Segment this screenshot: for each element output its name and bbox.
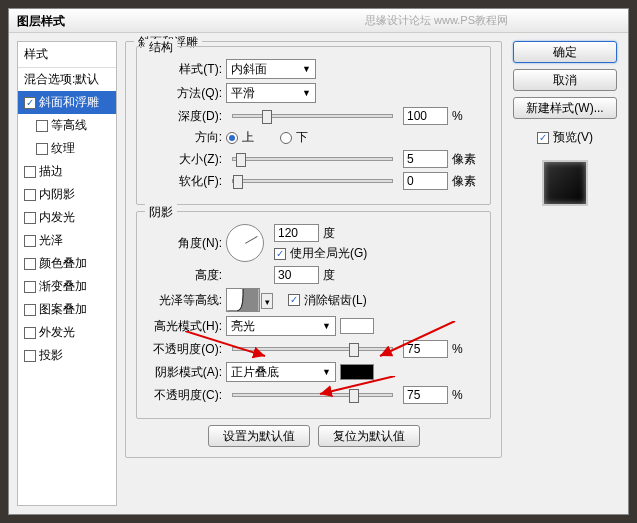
depth-slider[interactable] [232, 114, 393, 118]
style-drop-shadow[interactable]: 投影 [18, 344, 116, 367]
style-pattern-overlay[interactable]: 图案叠加 [18, 298, 116, 321]
layer-style-dialog: 图层样式 思缘设计论坛 www.PS教程网 样式 混合选项:默认 斜面和浮雕 等… [8, 8, 629, 515]
depth-label: 深度(D): [147, 108, 222, 125]
preview-checkbox[interactable] [537, 132, 549, 144]
soften-label: 软化(F): [147, 173, 222, 190]
style-inner-glow[interactable]: 内发光 [18, 206, 116, 229]
checkbox-icon[interactable] [24, 97, 36, 109]
highlight-opacity-input[interactable]: 75 [403, 340, 448, 358]
reset-default-button[interactable]: 复位为默认值 [318, 425, 420, 447]
preview-label: 预览(V) [553, 129, 593, 146]
global-light-checkbox[interactable] [274, 248, 286, 260]
size-slider[interactable] [232, 157, 393, 161]
shadow-color-swatch[interactable] [340, 364, 374, 380]
technique-dropdown[interactable]: 平滑▼ [226, 83, 316, 103]
soften-slider[interactable] [232, 179, 393, 183]
set-default-button[interactable]: 设置为默认值 [208, 425, 310, 447]
blend-options-item[interactable]: 混合选项:默认 [18, 68, 116, 91]
checkbox-icon[interactable] [24, 235, 36, 247]
new-style-button[interactable]: 新建样式(W)... [513, 97, 617, 119]
checkbox-icon[interactable] [24, 327, 36, 339]
cancel-button[interactable]: 取消 [513, 69, 617, 91]
highlight-color-swatch[interactable] [340, 318, 374, 334]
style-color-overlay[interactable]: 颜色叠加 [18, 252, 116, 275]
direction-up-radio[interactable] [226, 132, 238, 144]
highlight-mode-dropdown[interactable]: 亮光▼ [226, 316, 336, 336]
style-contour[interactable]: 等高线 [18, 114, 116, 137]
styles-list: 样式 混合选项:默认 斜面和浮雕 等高线 纹理 描边 内阴影 内发光 光泽 颜色… [17, 41, 117, 506]
direction-label: 方向: [147, 129, 222, 146]
ok-button[interactable]: 确定 [513, 41, 617, 63]
angle-unit: 度 [323, 225, 351, 242]
global-light-label: 使用全局光(G) [290, 245, 367, 262]
chevron-down-icon: ▼ [302, 88, 311, 98]
highlight-opacity-slider[interactable] [232, 347, 393, 351]
chevron-down-icon: ▼ [322, 321, 331, 331]
altitude-unit: 度 [323, 267, 351, 284]
altitude-label: 高度: [147, 267, 222, 284]
chevron-down-icon[interactable]: ▾ [261, 293, 273, 309]
technique-label: 方法(Q): [147, 85, 222, 102]
shading-legend: 阴影 [145, 204, 177, 221]
shadow-opacity-input[interactable]: 75 [403, 386, 448, 404]
style-texture[interactable]: 纹理 [18, 137, 116, 160]
angle-input[interactable]: 120 [274, 224, 319, 242]
checkbox-icon[interactable] [24, 350, 36, 362]
style-dropdown[interactable]: 内斜面▼ [226, 59, 316, 79]
highlight-opacity-label: 不透明度(O): [147, 341, 222, 358]
checkbox-icon[interactable] [24, 166, 36, 178]
gloss-contour-picker[interactable]: ▾ [226, 288, 260, 312]
size-label: 大小(Z): [147, 151, 222, 168]
structure-subgroup: 结构 样式(T): 内斜面▼ 方法(Q): 平滑▼ 深度(D): 100 % [136, 46, 491, 205]
structure-group: 斜面和浮雕 结构 样式(T): 内斜面▼ 方法(Q): 平滑▼ 深度(D): 1… [125, 41, 502, 458]
gloss-contour-label: 光泽等高线: [147, 292, 222, 309]
checkbox-icon[interactable] [36, 120, 48, 132]
style-bevel[interactable]: 斜面和浮雕 [18, 91, 116, 114]
angle-label: 角度(N): [147, 235, 222, 252]
style-inner-shadow[interactable]: 内阴影 [18, 183, 116, 206]
checkbox-icon[interactable] [24, 189, 36, 201]
size-input[interactable]: 5 [403, 150, 448, 168]
style-satin[interactable]: 光泽 [18, 229, 116, 252]
dialog-buttons: 确定 取消 新建样式(W)... 预览(V) [510, 41, 620, 506]
shadow-mode-label: 阴影模式(A): [147, 364, 222, 381]
depth-unit: % [452, 109, 480, 123]
bevel-settings-panel: 斜面和浮雕 结构 样式(T): 内斜面▼ 方法(Q): 平滑▼ 深度(D): 1… [125, 41, 502, 506]
shadow-opacity-slider[interactable] [232, 393, 393, 397]
altitude-input[interactable]: 30 [274, 266, 319, 284]
shadow-opacity-label: 不透明度(C): [147, 387, 222, 404]
checkbox-icon[interactable] [24, 258, 36, 270]
preview-thumbnail [542, 160, 588, 206]
style-stroke[interactable]: 描边 [18, 160, 116, 183]
checkbox-icon[interactable] [24, 212, 36, 224]
window-title: 图层样式 [9, 9, 628, 33]
checkbox-icon[interactable] [36, 143, 48, 155]
styles-header: 样式 [18, 42, 116, 68]
style-gradient-overlay[interactable]: 渐变叠加 [18, 275, 116, 298]
style-label: 样式(T): [147, 61, 222, 78]
structure-legend: 结构 [145, 39, 177, 56]
watermark: 思缘设计论坛 www.PS教程网 [365, 13, 508, 28]
shadow-mode-dropdown[interactable]: 正片叠底▼ [226, 362, 336, 382]
chevron-down-icon: ▼ [322, 367, 331, 377]
size-unit: 像素 [452, 151, 480, 168]
antialias-label: 消除锯齿(L) [304, 292, 367, 309]
direction-down-radio[interactable] [280, 132, 292, 144]
highlight-mode-label: 高光模式(H): [147, 318, 222, 335]
chevron-down-icon: ▼ [302, 64, 311, 74]
style-outer-glow[interactable]: 外发光 [18, 321, 116, 344]
checkbox-icon[interactable] [24, 281, 36, 293]
checkbox-icon[interactable] [24, 304, 36, 316]
depth-input[interactable]: 100 [403, 107, 448, 125]
soften-unit: 像素 [452, 173, 480, 190]
soften-input[interactable]: 0 [403, 172, 448, 190]
antialias-checkbox[interactable] [288, 294, 300, 306]
shading-subgroup: 阴影 角度(N): 120 度 使用全局光(G) [136, 211, 491, 419]
angle-dial[interactable] [226, 224, 264, 262]
